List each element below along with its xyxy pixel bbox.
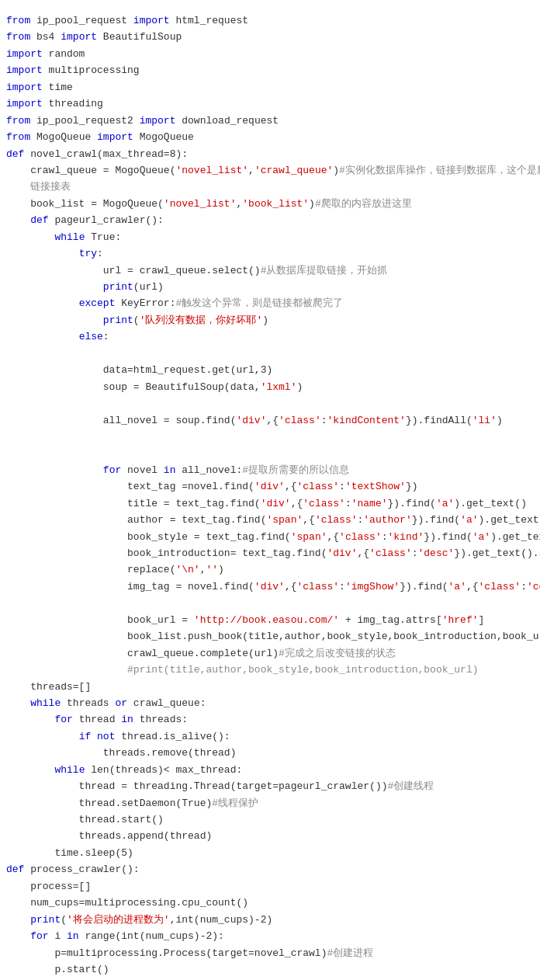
code-container: from ip_pool_request import html_request… <box>0 0 540 980</box>
code-block: from ip_pool_request import html_request… <box>6 12 528 980</box>
